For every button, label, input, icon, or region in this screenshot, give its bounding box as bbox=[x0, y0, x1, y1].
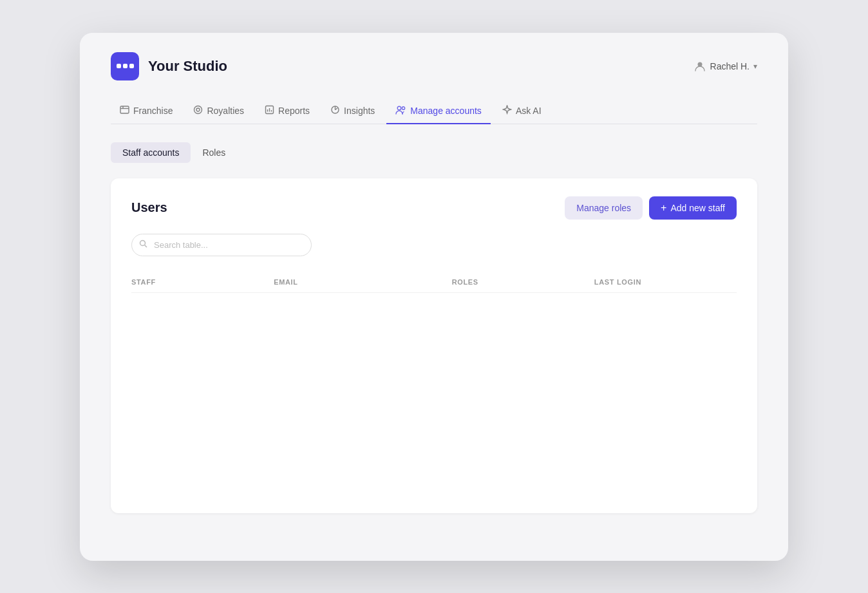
top-bar: Your Studio Rachel H. ▾ bbox=[111, 52, 757, 80]
table-header: STAFF EMAIL ROLES LAST LOGIN bbox=[131, 272, 737, 293]
nav-item-franchise[interactable]: Franchise bbox=[111, 99, 182, 124]
tabs-container: Staff accounts Roles bbox=[111, 142, 757, 163]
svg-point-4 bbox=[194, 106, 202, 113]
nav-item-royalties[interactable]: Royalties bbox=[184, 99, 253, 124]
user-name-label: Rachel H. bbox=[710, 61, 750, 71]
nav-item-reports[interactable]: Reports bbox=[256, 99, 319, 124]
header: Your Studio Rachel H. ▾ bbox=[80, 33, 788, 124]
svg-point-5 bbox=[196, 108, 200, 111]
col-email: EMAIL bbox=[274, 278, 451, 286]
franchise-icon bbox=[120, 105, 129, 117]
svg-point-14 bbox=[402, 106, 405, 109]
nav-item-ask-ai[interactable]: Ask AI bbox=[493, 99, 551, 124]
svg-point-13 bbox=[398, 106, 402, 110]
app-title: Your Studio bbox=[148, 58, 227, 75]
col-last-login: LAST LOGIN bbox=[594, 278, 737, 286]
nav-item-manage-accounts[interactable]: Manage accounts bbox=[386, 99, 491, 124]
search-wrap bbox=[131, 234, 312, 256]
royalties-icon bbox=[193, 105, 203, 117]
plus-icon: + bbox=[661, 202, 666, 214]
content-area: Staff accounts Roles Users Manage roles … bbox=[80, 124, 788, 544]
manage-accounts-icon bbox=[395, 105, 406, 117]
chevron-down-icon: ▾ bbox=[753, 62, 757, 71]
app-logo-icon bbox=[111, 52, 139, 80]
col-roles: ROLES bbox=[452, 278, 594, 286]
search-icon bbox=[139, 240, 147, 250]
logo-area: Your Studio bbox=[111, 52, 227, 80]
ask-ai-icon bbox=[502, 105, 512, 117]
app-window: Your Studio Rachel H. ▾ bbox=[80, 33, 788, 561]
svg-point-15 bbox=[140, 241, 146, 246]
user-avatar-icon bbox=[693, 60, 706, 73]
nav-item-insights[interactable]: Insights bbox=[321, 99, 384, 124]
user-menu[interactable]: Rachel H. ▾ bbox=[693, 60, 757, 73]
tab-staff-accounts[interactable]: Staff accounts bbox=[111, 142, 191, 163]
action-buttons: Manage roles + Add new staff bbox=[565, 196, 737, 220]
search-container bbox=[131, 234, 737, 256]
reports-icon bbox=[265, 105, 274, 117]
table-body bbox=[131, 293, 737, 486]
users-card: Users Manage roles + Add new staff bbox=[111, 178, 757, 513]
svg-rect-1 bbox=[120, 106, 129, 113]
insights-icon bbox=[330, 105, 340, 117]
add-new-staff-button[interactable]: + Add new staff bbox=[649, 196, 737, 220]
search-input[interactable] bbox=[131, 234, 312, 256]
main-nav: Franchise Royalties bbox=[111, 99, 757, 124]
svg-line-16 bbox=[145, 245, 147, 248]
card-title: Users bbox=[131, 200, 167, 215]
manage-roles-button[interactable]: Manage roles bbox=[565, 196, 643, 220]
card-header: Users Manage roles + Add new staff bbox=[131, 196, 737, 220]
col-staff: STAFF bbox=[131, 278, 274, 286]
tab-roles[interactable]: Roles bbox=[191, 142, 237, 163]
